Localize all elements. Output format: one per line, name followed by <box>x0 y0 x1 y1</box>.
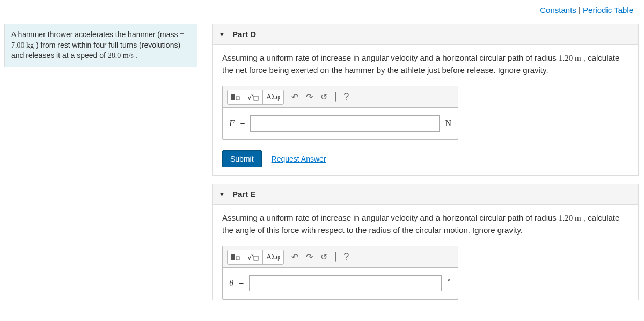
help-icon[interactable]: ? <box>343 251 349 262</box>
keyboard-icon[interactable] <box>335 252 336 262</box>
prompt-text: Assuming a uniform rate of increase in a… <box>222 213 559 222</box>
part-e-prompt: Assuming a uniform rate of increase in a… <box>222 212 628 236</box>
part-d-prompt: Assuming a uniform rate of increase in a… <box>222 52 628 76</box>
part-d: ▼ Part D Assuming a uniform rate of incr… <box>212 24 639 176</box>
svg-rect-6 <box>236 257 239 260</box>
unit-degree: ∘ <box>447 276 451 284</box>
svg-rect-0 <box>231 94 235 100</box>
svg-rect-8 <box>254 256 258 260</box>
part-e: ▼ Part E Assuming a uniform rate of incr… <box>212 184 639 300</box>
toolbar-e: √x ΑΣφ ↶ ↷ ↺ ? <box>223 246 458 268</box>
problem-text: ) from rest within four full turns (revo… <box>11 41 180 60</box>
unit-n: N <box>445 119 451 128</box>
greek-button[interactable]: ΑΣφ <box>262 250 284 265</box>
prompt-radius: 1.20 m <box>559 214 581 222</box>
redo-icon[interactable]: ↷ <box>306 92 313 102</box>
part-d-header[interactable]: ▼ Part D <box>213 24 638 45</box>
answer-box-e: √x ΑΣφ ↶ ↷ ↺ ? θ = ∘ <box>222 246 458 300</box>
svg-text:x: x <box>252 253 254 257</box>
request-answer-link-d[interactable]: Request Answer <box>272 155 326 163</box>
keyboard-icon[interactable] <box>335 92 336 102</box>
root-icon[interactable]: √x <box>244 250 263 265</box>
part-d-title: Part D <box>232 30 256 39</box>
svg-rect-5 <box>231 254 235 260</box>
collapse-icon: ▼ <box>219 191 225 198</box>
reset-icon[interactable]: ↺ <box>320 252 327 262</box>
greek-button[interactable]: ΑΣφ <box>262 90 284 105</box>
prompt-radius: 1.20 m <box>559 54 581 62</box>
link-sep: | <box>576 5 583 14</box>
problem-statement: A hammer thrower accelerates the hammer … <box>4 24 197 67</box>
toolbar-d: √x ΑΣφ ↶ ↷ ↺ ? <box>223 86 458 108</box>
reset-icon[interactable]: ↺ <box>320 92 327 102</box>
svg-text:√: √ <box>247 93 252 101</box>
root-icon[interactable]: √x <box>244 90 263 105</box>
divider <box>204 0 204 321</box>
parts-panel: ▼ Part D Assuming a uniform rate of incr… <box>212 24 639 310</box>
periodic-table-link[interactable]: Periodic Table <box>583 5 633 14</box>
problem-text: A hammer thrower accelerates the hammer … <box>11 30 180 39</box>
collapse-icon: ▼ <box>219 31 225 38</box>
variable-label-theta: θ <box>229 278 233 289</box>
equals-sign: = <box>239 279 244 288</box>
answer-box-d: √x ΑΣφ ↶ ↷ ↺ ? F = N <box>222 86 458 140</box>
template-icon[interactable] <box>227 90 244 105</box>
equals-sign: = <box>240 119 245 128</box>
submit-button-d[interactable]: Submit <box>222 150 262 167</box>
help-icon[interactable]: ? <box>343 91 349 103</box>
part-e-title: Part E <box>232 189 255 199</box>
answer-input-e[interactable] <box>249 275 442 291</box>
svg-text:x: x <box>252 93 254 97</box>
undo-icon[interactable]: ↶ <box>291 252 298 262</box>
problem-speed: 28.0 m/s <box>108 52 134 60</box>
top-links: Constants | Periodic Table <box>540 5 633 14</box>
variable-label-f: F <box>229 118 235 129</box>
template-icon[interactable] <box>227 250 244 265</box>
svg-rect-3 <box>254 96 258 100</box>
prompt-text: Assuming a uniform rate of increase in a… <box>222 53 559 62</box>
problem-text: . <box>134 51 138 60</box>
svg-rect-1 <box>236 97 239 100</box>
redo-icon[interactable]: ↷ <box>306 252 313 262</box>
part-e-header[interactable]: ▼ Part E <box>213 184 638 205</box>
svg-text:√: √ <box>247 253 252 261</box>
undo-icon[interactable]: ↶ <box>291 92 298 102</box>
constants-link[interactable]: Constants <box>540 5 576 14</box>
answer-input-d[interactable] <box>250 115 440 132</box>
